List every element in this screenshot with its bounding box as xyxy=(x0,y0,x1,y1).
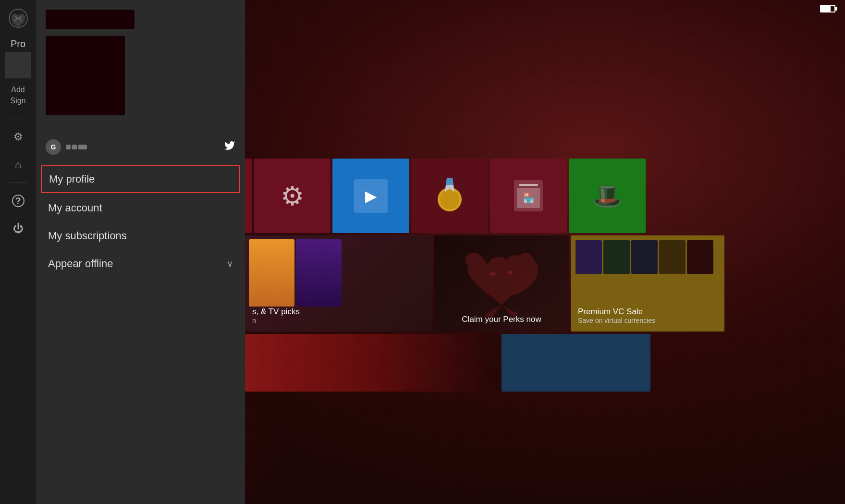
panel-social-icons: G xyxy=(36,132,245,162)
achievements-tile[interactable] xyxy=(411,159,488,233)
social-dots xyxy=(66,145,87,149)
premium-card-overlay: Premium VC Sale Save on virtual currenci… xyxy=(578,307,655,324)
sidebar-divider-2 xyxy=(9,183,28,183)
settings-tile[interactable]: ⚙ xyxy=(254,159,331,233)
gamerscore-icon: G xyxy=(46,139,61,155)
profile-panel: G My profile My account My subscriptions… xyxy=(36,0,245,504)
sidebar-avatar xyxy=(5,52,31,78)
bag-handle xyxy=(519,184,538,186)
picks-card-subtitle: n xyxy=(252,317,300,324)
dot-3 xyxy=(78,145,87,149)
perks-card-overlay: Claim your Perks now xyxy=(462,315,541,324)
panel-username-blurred xyxy=(46,10,135,29)
bottom-card-1[interactable] xyxy=(245,334,500,392)
sidebar-power-button[interactable]: ⏻ xyxy=(6,217,30,241)
panel-avatar-area xyxy=(46,36,235,115)
my-profile-label: My profile xyxy=(49,173,95,185)
power-icon: ⏻ xyxy=(13,222,24,235)
premium-card-subtitle: Save on virtual currencies xyxy=(578,317,655,324)
picks-card-title: s, & TV picks xyxy=(252,307,300,317)
home-icon: ⌂ xyxy=(15,159,21,171)
thumb-2 xyxy=(603,240,630,274)
chevron-down-icon: ∨ xyxy=(227,258,233,269)
thumb-4 xyxy=(659,240,686,274)
perks-card[interactable]: Claim your Perks now xyxy=(434,235,569,332)
play-icon: ▶ xyxy=(365,187,377,205)
svg-point-1 xyxy=(490,272,496,276)
premium-card-title: Premium VC Sale xyxy=(578,307,655,317)
dragon-silhouette xyxy=(453,247,550,320)
thumb-5 xyxy=(687,240,713,274)
picks-card-overlay: s, & TV picks n xyxy=(252,307,300,324)
panel-header xyxy=(36,0,245,132)
bottom-partial-row xyxy=(245,334,845,392)
battery-fill xyxy=(821,6,831,12)
sidebar-home-button[interactable]: ⌂ xyxy=(6,153,30,177)
tiles-row: ⚙ ▶ 🏪 xyxy=(245,159,646,233)
sidebar: Pro Add Sign ⚙ ⌂ ? ⏻ xyxy=(0,0,36,504)
tile-partial xyxy=(245,159,252,233)
bag-body: 🏪 xyxy=(517,188,540,208)
video-tile[interactable]: ▶ xyxy=(332,159,409,233)
battery-icon xyxy=(820,5,835,12)
settings-tile-icon: ⚙ xyxy=(281,181,304,211)
game-tile[interactable]: 🎩 xyxy=(569,159,646,233)
my-subscriptions-label: My subscriptions xyxy=(48,230,127,242)
panel-avatar-large xyxy=(46,36,125,115)
dot-2 xyxy=(72,145,77,149)
sidebar-add-label: Add xyxy=(11,86,24,94)
menu-item-my-subscriptions[interactable]: My subscriptions xyxy=(36,222,245,250)
sidebar-divider-1 xyxy=(9,119,28,119)
sidebar-profile-label: Pro xyxy=(11,38,25,49)
premium-card[interactable]: Premium VC Sale Save on virtual currenci… xyxy=(571,235,724,332)
panel-menu: My profile My account My subscriptions A… xyxy=(36,162,245,504)
menu-item-my-profile[interactable]: My profile xyxy=(41,165,240,193)
main-content: ⚙ ▶ 🏪 xyxy=(245,0,845,504)
dot-1 xyxy=(66,145,71,149)
appear-offline-label: Appear offline xyxy=(48,258,113,270)
sidebar-help-button[interactable]: ? xyxy=(6,189,30,213)
settings-icon: ⚙ xyxy=(13,131,23,143)
premium-thumbnails xyxy=(571,235,724,279)
game-icon: 🎩 xyxy=(592,182,622,210)
thumb-3 xyxy=(631,240,658,274)
bottom-card-2[interactable] xyxy=(502,334,650,392)
menu-item-my-account[interactable]: My account xyxy=(36,194,245,222)
thumb-1 xyxy=(576,240,602,274)
bottom-row: s, & TV picks n Claim your Perks now xyxy=(245,235,845,332)
sidebar-sign-label: Sign xyxy=(10,97,25,105)
picks-card[interactable]: s, & TV picks n xyxy=(245,235,432,332)
status-bar xyxy=(820,5,835,12)
twitter-icon xyxy=(224,140,235,154)
svg-point-2 xyxy=(507,270,513,274)
perks-card-title: Claim your Perks now xyxy=(462,315,541,324)
xbox-logo[interactable] xyxy=(7,7,29,29)
sidebar-settings-button[interactable]: ⚙ xyxy=(6,125,30,149)
my-account-label: My account xyxy=(48,202,102,214)
menu-item-appear-offline[interactable]: Appear offline ∨ xyxy=(36,250,245,278)
store-tile[interactable]: 🏪 xyxy=(490,159,567,233)
help-icon: ? xyxy=(12,195,24,207)
